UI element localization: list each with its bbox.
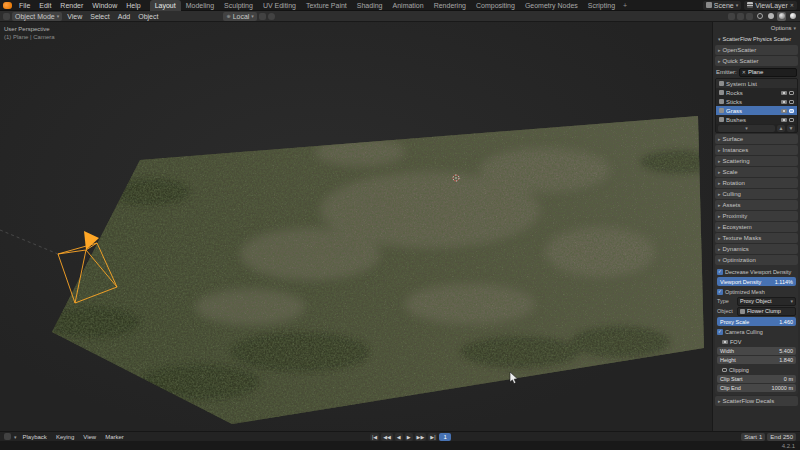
workspace-tab-modeling[interactable]: Modeling	[181, 0, 219, 11]
section-proximity[interactable]: ▸Proximity	[715, 211, 798, 221]
section-rotation[interactable]: ▸Rotation	[715, 178, 798, 188]
move-up-button[interactable]: ▲	[777, 125, 785, 132]
gizmo-toggle-icon[interactable]	[728, 13, 735, 20]
section-culling[interactable]: ▸Culling	[715, 189, 798, 199]
playback-menu[interactable]: Playback	[20, 434, 50, 440]
menu-help[interactable]: Help	[122, 2, 144, 9]
shading-rendered-button[interactable]	[788, 12, 797, 21]
viewport-visibility-icon[interactable]	[789, 109, 794, 113]
workspace-tab-sculpting[interactable]: Sculpting	[219, 0, 258, 11]
section-dynamics[interactable]: ▸Dynamics	[715, 244, 798, 254]
transform-orientation-dropdown[interactable]: ⊕ Local ▾	[223, 12, 256, 21]
editor-type-icon[interactable]	[3, 13, 10, 20]
marker-menu[interactable]: Marker	[102, 434, 127, 440]
camera-visibility-icon[interactable]	[781, 109, 787, 113]
section-surface[interactable]: ▸Surface	[715, 134, 798, 144]
fov-height-field[interactable]: Height 1.840	[717, 356, 796, 364]
shading-material-button[interactable]	[777, 12, 786, 21]
section-texture-masks[interactable]: ▸Texture Masks	[715, 233, 798, 243]
mode-dropdown[interactable]: Object Mode ▾	[12, 12, 62, 21]
options-dropdown[interactable]: Options	[771, 25, 792, 31]
section-scale[interactable]: ▸Scale	[715, 167, 798, 177]
view-layer-selector[interactable]: ViewLayer ✕	[744, 1, 797, 10]
shading-solid-button[interactable]	[766, 12, 775, 21]
select-menu[interactable]: Select	[87, 13, 112, 20]
scene-selector[interactable]: Scene ▾	[703, 1, 741, 10]
list-specials-dropdown[interactable]: ▾	[718, 125, 775, 132]
workspace-tab-uv-editing[interactable]: UV Editing	[258, 0, 301, 11]
menu-render[interactable]: Render	[56, 2, 87, 9]
section-assets[interactable]: ▸Assets	[715, 200, 798, 210]
play-button[interactable]: ▶	[405, 433, 413, 441]
close-icon[interactable]: ✕	[742, 69, 746, 75]
camera-visibility-icon[interactable]	[781, 100, 787, 104]
panel-openscatter[interactable]: ▸ OpenScatter	[715, 45, 798, 55]
clip-end-field[interactable]: Clip End 10000 m	[717, 384, 796, 392]
terrain-plane[interactable]	[40, 116, 712, 424]
timeline-editor-icon[interactable]	[4, 433, 11, 440]
proportional-edit-icon[interactable]	[268, 13, 275, 20]
workspace-tab-layout[interactable]: Layout	[150, 0, 181, 11]
previous-keyframe-button[interactable]: ◀◀	[381, 433, 393, 441]
system-row-sticks[interactable]: Sticks	[716, 97, 797, 106]
xray-toggle-icon[interactable]	[746, 13, 753, 20]
system-row-grass[interactable]: Grass	[716, 106, 797, 115]
panel-quick-scatter[interactable]: ▸ Quick Scatter	[715, 56, 798, 66]
proxy-object-value: Flower Clump	[747, 308, 793, 314]
camera-visibility-icon[interactable]	[781, 91, 787, 95]
add-workspace-button[interactable]: +	[620, 0, 630, 11]
section-instances[interactable]: ▸Instances	[715, 145, 798, 155]
next-keyframe-button[interactable]: ▶▶	[415, 433, 427, 441]
chevron-right-icon: ▸	[718, 398, 721, 404]
workspace-tab-compositing[interactable]: Compositing	[471, 0, 520, 11]
viewport-visibility-icon[interactable]	[789, 118, 794, 122]
current-frame-field[interactable]: 1	[439, 433, 450, 441]
snap-magnet-icon[interactable]	[259, 13, 266, 20]
viewport-visibility-icon[interactable]	[789, 91, 794, 95]
workspace-tab-rendering[interactable]: Rendering	[429, 0, 471, 11]
system-row-bushes[interactable]: Bushes	[716, 115, 797, 124]
proxy-scale-slider[interactable]: Proxy Scale 1.460	[717, 317, 796, 326]
emitter-object-field[interactable]: ✕ Plane	[739, 68, 797, 77]
shading-wireframe-button[interactable]	[755, 12, 764, 21]
workspace-tab-texture-paint[interactable]: Texture Paint	[301, 0, 352, 11]
optimized-mesh-checkbox[interactable]: ✓	[717, 289, 723, 295]
section-ecosystem[interactable]: ▸Ecosystem	[715, 222, 798, 232]
fov-width-field[interactable]: Width 5.400	[717, 347, 796, 355]
workspace-tab-animation[interactable]: Animation	[388, 0, 429, 11]
jump-to-start-button[interactable]: |◀	[370, 433, 379, 441]
proxy-object-field[interactable]: Flower Clump	[737, 307, 796, 316]
move-down-button[interactable]: ▼	[787, 125, 795, 132]
viewport-visibility-icon[interactable]	[789, 100, 794, 104]
object-menu[interactable]: Object	[135, 13, 161, 20]
system-row-rocks[interactable]: Rocks	[716, 88, 797, 97]
workspace-tab-shading[interactable]: Shading	[352, 0, 388, 11]
decrease-viewport-density-checkbox[interactable]: ✓	[717, 269, 723, 275]
viewport-3d[interactable]: User Perspective (1) Plane | Camera	[0, 22, 712, 431]
add-menu[interactable]: Add	[115, 13, 133, 20]
keying-menu[interactable]: Keying	[53, 434, 77, 440]
timeline-view-menu[interactable]: View	[80, 434, 99, 440]
camera-visibility-icon[interactable]	[781, 118, 787, 122]
view-menu[interactable]: View	[64, 13, 85, 20]
viewport-density-slider[interactable]: Viewport Density 1.114%	[717, 277, 796, 286]
section-optimization[interactable]: ▾ Optimization	[715, 255, 798, 265]
camera-culling-checkbox[interactable]: ✓	[717, 329, 723, 335]
frame-end-field[interactable]: End 250	[767, 433, 796, 441]
jump-to-end-button[interactable]: ▶|	[428, 433, 437, 441]
panel-scatterflow-physics-scatter[interactable]: ▾ ScatterFlow Physics Scatter	[715, 34, 798, 44]
section-scatterflow-decals[interactable]: ▸ ScatterFlow Decals	[715, 396, 798, 406]
workspace-tab-geometry-nodes[interactable]: Geometry Nodes	[520, 0, 583, 11]
frame-start-field[interactable]: Start 1	[741, 433, 765, 441]
menu-edit[interactable]: Edit	[35, 2, 55, 9]
overlays-toggle-icon[interactable]	[737, 13, 744, 20]
end-label: End	[770, 433, 781, 441]
proxy-type-dropdown[interactable]: Proxy Object ▾	[737, 297, 796, 306]
blender-logo-icon[interactable]	[3, 2, 12, 9]
play-reverse-button[interactable]: ◀	[395, 433, 403, 441]
menu-window[interactable]: Window	[88, 2, 121, 9]
menu-file[interactable]: File	[15, 2, 34, 9]
clip-start-field[interactable]: Clip Start 0 m	[717, 375, 796, 383]
section-scattering[interactable]: ▸Scattering	[715, 156, 798, 166]
workspace-tab-scripting[interactable]: Scripting	[583, 0, 620, 11]
